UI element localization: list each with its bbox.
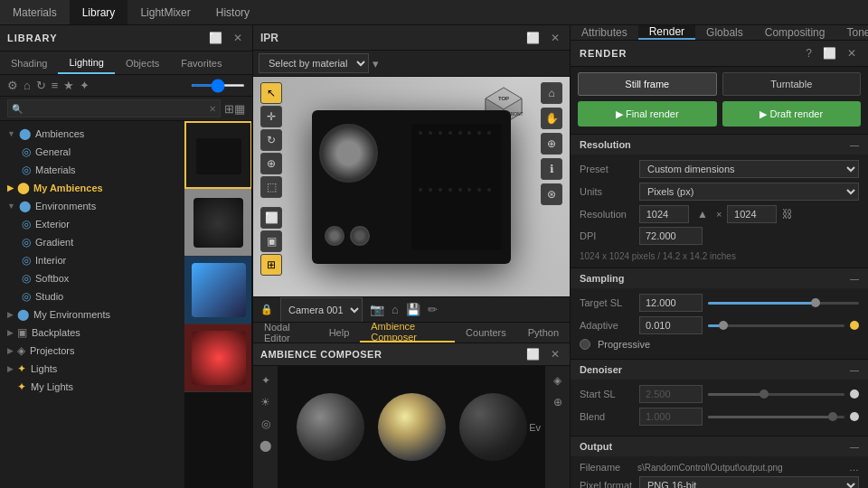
thumb-item-3[interactable] xyxy=(184,257,252,324)
select-tool-icon[interactable]: ↖ xyxy=(260,82,282,104)
frame-select-icon[interactable]: ⬚ xyxy=(260,176,282,198)
tree-item-my-environments[interactable]: ▶ ⬤ My Environments xyxy=(0,305,184,324)
denoiser-section-header[interactable]: Denoiser — xyxy=(571,360,868,380)
tab-nodal-editor[interactable]: Nodal Editor xyxy=(253,323,318,343)
adaptive-thumb[interactable] xyxy=(719,321,728,330)
target-sl-slider[interactable] xyxy=(708,302,859,305)
adaptive-input[interactable] xyxy=(639,316,703,334)
grid-icon[interactable]: ⊞ xyxy=(260,254,282,276)
tab-ambience-composer[interactable]: Ambience Composer xyxy=(360,323,455,343)
thumb-item-2[interactable] xyxy=(184,189,252,257)
filename-browse-button[interactable]: … xyxy=(849,462,859,473)
adaptive-slider[interactable] xyxy=(708,324,844,327)
help-icon[interactable]: ? xyxy=(803,46,815,61)
tab-lightmixer[interactable]: LightMixer xyxy=(127,0,203,24)
tree-item-ambiences[interactable]: ▼ ⬤ Ambiences xyxy=(0,125,184,143)
pixel-format-select[interactable]: PNG 16-bit xyxy=(639,476,859,488)
tab-python[interactable]: Python xyxy=(517,323,570,343)
rtab-attributes[interactable]: Attributes xyxy=(571,25,638,40)
tree-item-interior[interactable]: ◎ Interior xyxy=(0,251,184,269)
final-render-button[interactable]: ▶ Final render xyxy=(578,101,717,127)
render-region-icon[interactable]: ⌂ xyxy=(392,303,399,316)
camera-select[interactable]: Camera 001 xyxy=(280,297,363,323)
rotate-tool-icon[interactable]: ↻ xyxy=(260,129,282,151)
tab-counters[interactable]: Counters xyxy=(455,323,517,343)
rtab-globals[interactable]: Globals xyxy=(695,25,754,40)
tree-item-my-lights[interactable]: ▶ ✦ My Lights xyxy=(0,378,184,396)
start-sl-slider[interactable] xyxy=(708,393,844,396)
add-folder-icon[interactable]: ▦ xyxy=(234,102,245,116)
zoom-vp-icon[interactable]: ⊕ xyxy=(260,153,282,174)
material-select[interactable]: Select by material xyxy=(259,53,369,73)
rtab-tonemap[interactable]: Tonemap xyxy=(835,25,868,40)
tree-item-gradient[interactable]: ◎ Gradient xyxy=(0,233,184,251)
tree-item-projectors[interactable]: ▶ ◈ Projectors xyxy=(0,342,184,360)
draft-render-button[interactable]: ▶ Draft render xyxy=(722,101,862,127)
move-tool-icon[interactable]: ✛ xyxy=(260,106,282,127)
height-input[interactable] xyxy=(727,205,777,223)
ambience-expand-icon[interactable]: ⬜ xyxy=(524,347,542,361)
subtab-shading[interactable]: Shading xyxy=(0,52,58,74)
render-expand-icon[interactable]: ⬜ xyxy=(820,46,839,61)
settings-icon[interactable]: ⚙ xyxy=(7,79,18,92)
rtab-compositing[interactable]: Compositing xyxy=(754,25,836,40)
dpi-input[interactable] xyxy=(639,227,703,245)
camera-icon[interactable]: 📷 xyxy=(370,303,384,316)
sampling-section-header[interactable]: Sampling — xyxy=(571,268,868,288)
viewport[interactable]: ↖ ✛ ↻ ⊕ ⬚ ⬜ ▣ ⊞ xyxy=(253,77,570,296)
amb-env-icon[interactable]: ◎ xyxy=(257,415,275,433)
star-icon[interactable]: ★ xyxy=(63,79,74,92)
blend-input[interactable] xyxy=(639,408,703,426)
panel-expand-icon[interactable]: ⬜ xyxy=(206,31,225,45)
output-section-header[interactable]: Output — xyxy=(571,436,868,456)
tree-item-environments[interactable]: ▼ ⬤ Environments xyxy=(0,197,184,215)
tab-help[interactable]: Help xyxy=(318,323,361,343)
amb-right-icon-1[interactable]: ◈ xyxy=(549,371,567,389)
home-icon[interactable]: ⌂ xyxy=(24,79,31,92)
clear-icon[interactable]: ✕ xyxy=(209,104,216,114)
subtab-objects[interactable]: Objects xyxy=(115,52,170,74)
still-frame-tab[interactable]: Still frame xyxy=(578,72,717,96)
ipr-close-icon[interactable]: ✕ xyxy=(548,31,562,45)
rtab-render[interactable]: Render xyxy=(638,25,695,40)
grid-view-icon[interactable]: ⊞ xyxy=(224,102,234,116)
turntable-tab[interactable]: Turntable xyxy=(722,72,862,96)
thumb-item-1[interactable] xyxy=(184,121,252,189)
save-vp-icon[interactable]: 💾 xyxy=(406,303,420,316)
ipr-expand-icon[interactable]: ⬜ xyxy=(524,31,542,45)
pan-icon[interactable]: ✋ xyxy=(541,108,562,129)
tab-library[interactable]: Library xyxy=(70,0,128,24)
subtab-favorites[interactable]: Favorites xyxy=(170,52,232,74)
tab-materials[interactable]: Materials xyxy=(0,0,70,24)
edit-vp-icon[interactable]: ✏ xyxy=(428,303,438,316)
tree-item-studio[interactable]: ◎ Studio xyxy=(0,287,184,305)
blend-thumb[interactable] xyxy=(828,412,837,421)
tag-icon[interactable]: ✦ xyxy=(80,79,90,92)
zoom-slider[interactable] xyxy=(191,84,245,87)
panel-close-icon[interactable]: ✕ xyxy=(231,31,245,45)
start-sl-thumb[interactable] xyxy=(760,389,769,399)
progressive-toggle[interactable] xyxy=(580,339,590,350)
list-icon[interactable]: ≡ xyxy=(52,79,59,92)
paint-icon[interactable]: ▣ xyxy=(260,230,282,252)
units-select[interactable]: Pixels (px) xyxy=(639,183,859,201)
amb-light-icon[interactable]: ✦ xyxy=(257,371,275,389)
home-vp-icon[interactable]: ⌂ xyxy=(541,82,562,104)
render-close-icon[interactable]: ✕ xyxy=(844,46,859,61)
amb-globe-icon[interactable]: ⬤ xyxy=(257,436,275,455)
tree-item-backplates[interactable]: ▶ ▣ Backplates xyxy=(0,324,184,342)
link-aspect-icon[interactable]: ⛓ xyxy=(782,208,793,221)
tree-item-my-ambiences[interactable]: ▶ ⬤ My Ambiences xyxy=(0,179,184,197)
spinner-up-icon[interactable]: ▲ xyxy=(694,207,711,221)
target-sl-thumb[interactable] xyxy=(811,298,820,307)
info-icon[interactable]: ℹ xyxy=(541,158,562,180)
blend-slider[interactable] xyxy=(708,416,844,418)
width-input[interactable] xyxy=(639,205,689,223)
tree-item-general[interactable]: ◎ General xyxy=(0,143,184,161)
tree-item-exterior[interactable]: ◎ Exterior xyxy=(0,215,184,233)
start-sl-input[interactable] xyxy=(639,385,703,403)
tree-item-materials[interactable]: ◎ Materials xyxy=(0,161,184,179)
amb-sun-icon[interactable]: ☀ xyxy=(257,393,275,411)
target-sl-input[interactable] xyxy=(639,294,703,312)
subtab-lighting[interactable]: Lighting xyxy=(58,52,115,74)
